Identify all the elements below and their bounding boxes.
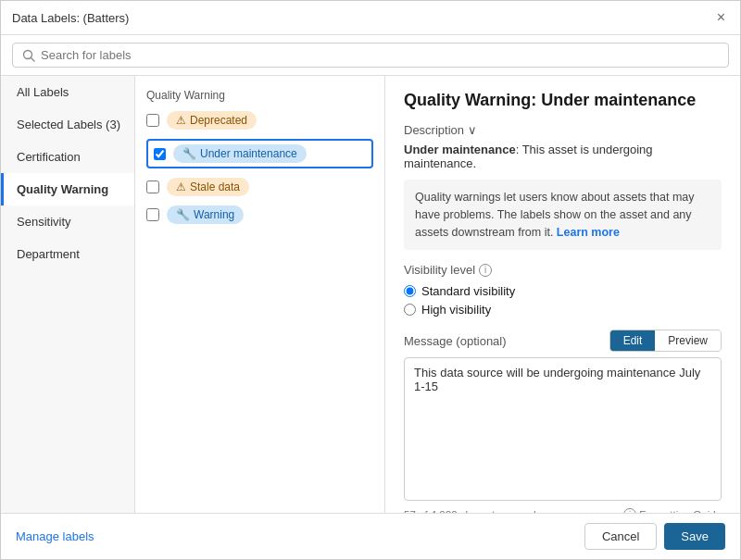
search-input[interactable] (41, 48, 719, 62)
save-button[interactable]: Save (664, 523, 725, 550)
sidebar-item-sensitivity[interactable]: Sensitivity (1, 205, 134, 238)
footer-right: Cancel Save (584, 523, 725, 550)
dialog-title: Data Labels: (Batters) (12, 11, 129, 25)
message-tab-group: Edit Preview (609, 330, 722, 352)
deprecated-checkbox[interactable] (146, 114, 159, 127)
title-bar: Data Labels: (Batters) × (1, 1, 740, 35)
sidebar-item-quality-warning[interactable]: Quality Warning (1, 173, 134, 205)
message-header: Message (optional) Edit Preview (404, 330, 722, 352)
tab-preview[interactable]: Preview (655, 330, 721, 351)
high-visibility-radio[interactable] (404, 304, 416, 316)
maintenance-icon: 🔧 (182, 147, 196, 160)
info-text: Quality warnings let users know about as… (415, 191, 695, 239)
description-toggle[interactable]: Description ∨ (404, 123, 722, 137)
search-bar (1, 35, 740, 76)
maintenance-checkbox[interactable] (154, 148, 166, 160)
description-toggle-label: Description ∨ (404, 123, 477, 137)
stale-checkbox[interactable] (146, 180, 159, 193)
message-textarea[interactable]: This data source will be undergoing main… (404, 357, 722, 501)
dialog: Data Labels: (Batters) × All Labels Sele… (0, 0, 741, 560)
standard-visibility-row: Standard visibility (404, 284, 722, 298)
info-box: Quality warnings let users know about as… (404, 180, 722, 250)
sidebar-item-selected-labels[interactable]: Selected Labels (3) (1, 108, 134, 141)
warning-checkbox[interactable] (146, 208, 159, 221)
warning-chip[interactable]: 🔧 Warning (167, 205, 244, 224)
sidebar-item-certification[interactable]: Certification (1, 141, 134, 173)
message-section: Message (optional) Edit Preview This dat… (404, 330, 722, 513)
stale-chip[interactable]: ⚠ Stale data (167, 178, 249, 196)
svg-line-1 (31, 57, 35, 61)
search-input-wrap (12, 43, 729, 68)
middle-section-label: Quality Warning (146, 89, 373, 102)
tab-edit[interactable]: Edit (610, 330, 656, 351)
description-content: Under maintenance: This asset is undergo… (404, 143, 722, 170)
deprecated-chip[interactable]: ⚠ Deprecated (167, 111, 257, 130)
stale-label: Stale data (190, 180, 240, 193)
list-item: ⚠ Deprecated (146, 111, 373, 130)
visibility-header: Visibility level i (404, 263, 722, 277)
deprecated-icon: ⚠ (176, 114, 186, 127)
warning-icon: 🔧 (176, 208, 190, 221)
learn-more-link[interactable]: Learn more (557, 226, 620, 239)
search-icon (22, 49, 35, 62)
warning-label: Warning (194, 208, 234, 221)
message-label: Message (optional) (404, 334, 507, 348)
list-item: 🔧 Under maintenance (146, 139, 373, 168)
middle-panel: Quality Warning ⚠ Deprecated 🔧 Under (135, 76, 385, 513)
cancel-button[interactable]: Cancel (584, 523, 657, 550)
dialog-footer: Manage labels Cancel Save (1, 513, 740, 559)
sidebar: All Labels Selected Labels (3) Certifica… (1, 76, 135, 513)
detail-title: Quality Warning: Under maintenance (404, 91, 722, 110)
sidebar-item-all-labels[interactable]: All Labels (1, 76, 134, 108)
list-item: ⚠ Stale data (146, 178, 373, 196)
description-bold: Under maintenance (404, 143, 516, 156)
visibility-info-icon[interactable]: i (479, 264, 492, 277)
maintenance-label: Under maintenance (200, 147, 297, 160)
right-panel: Quality Warning: Under maintenance Descr… (385, 76, 740, 513)
standard-visibility-radio[interactable] (404, 285, 416, 297)
standard-visibility-label[interactable]: Standard visibility (421, 284, 515, 298)
list-item: 🔧 Warning (146, 205, 373, 224)
close-button[interactable]: × (713, 8, 729, 27)
main-content: All Labels Selected Labels (3) Certifica… (1, 76, 740, 513)
maintenance-chip[interactable]: 🔧 Under maintenance (173, 144, 307, 163)
sidebar-item-department[interactable]: Department (1, 238, 134, 270)
visibility-label: Visibility level (404, 263, 475, 277)
stale-icon: ⚠ (176, 180, 186, 193)
high-visibility-row: High visibility (404, 303, 722, 317)
visibility-section: Visibility level i Standard visibility H… (404, 263, 722, 317)
manage-labels-link[interactable]: Manage labels (16, 529, 94, 543)
high-visibility-label[interactable]: High visibility (421, 303, 491, 317)
deprecated-label: Deprecated (190, 114, 247, 127)
